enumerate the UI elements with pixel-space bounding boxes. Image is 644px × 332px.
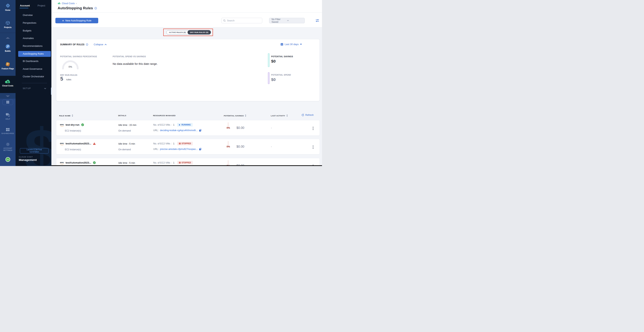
module-builds-label: Builds xyxy=(5,50,11,52)
title-info-icon[interactable] xyxy=(94,7,97,9)
module-projects[interactable]: Projects xyxy=(0,20,16,28)
table-row[interactable]: aws testAutomation2023... EC2 instance(s… xyxy=(56,139,320,154)
copy-icon[interactable] xyxy=(199,129,202,132)
rule-plan: On-demand xyxy=(118,148,131,151)
column-header-savings[interactable]: POTENTIAL SAVINGS xyxy=(224,114,246,117)
date-range-picker[interactable]: Last 30 days xyxy=(280,43,302,46)
sidebar-item-asset-governance[interactable]: Asset Governance xyxy=(23,68,42,70)
module-picker[interactable] xyxy=(2,99,13,105)
nav-help[interactable]: ? HELP xyxy=(0,113,16,120)
module-cloud-costs-label: Cloud Costs xyxy=(2,85,14,87)
breadcrumb-cloud-costs-link[interactable]: Cloud Costs xyxy=(62,2,75,5)
spend-vs-savings-label: POTENTIAL SPEND VS SAVINGS xyxy=(113,55,146,58)
summary-of-rules-card: SUMMARY OF RULES Collapse Last 30 days P… xyxy=(56,39,320,101)
table-row[interactable]: aws test-dry-run EC2 instance(s) Idle ti… xyxy=(56,120,320,136)
header-divider xyxy=(52,12,322,12)
launch-ccm-first-gen-button[interactable]: Launch CCM First Generation xyxy=(20,148,48,153)
sidebar-item-autostopping-rules[interactable]: AutoStopping Rules xyxy=(18,51,51,57)
tab-account[interactable]: Account xyxy=(20,4,30,7)
sidebar-item-recommendations[interactable]: Recommendations xyxy=(23,45,42,47)
projects-icon xyxy=(5,20,10,25)
rule-idle-time: Idle time : 5 min xyxy=(118,162,135,164)
column-header-details: DETAILS xyxy=(118,114,126,117)
saved-filter-dropdown[interactable]: No Filter Saved xyxy=(269,18,305,23)
toggle-dry-run-rules[interactable]: DRY RUN RULES (5) xyxy=(188,30,211,34)
status-label: STOPPED xyxy=(182,162,191,164)
grid-icon xyxy=(6,101,9,104)
rule-url-link[interactable]: precise-airedale-cfpmv827riuvpao... xyxy=(160,148,198,150)
aws-icon: aws xyxy=(60,123,64,126)
builds-icon xyxy=(5,44,10,49)
refresh-button[interactable]: Refresh xyxy=(302,114,314,116)
nav-dashboards[interactable]: DASHBOARDS xyxy=(0,128,16,135)
copy-icon[interactable] xyxy=(199,148,202,150)
summary-collapse-control[interactable]: Collapse xyxy=(94,43,107,46)
savings-amount: $0.00 xyxy=(236,126,244,130)
savings-sparkline xyxy=(228,141,228,145)
savings-pct-label: POTENTIAL SAVINGS PERCENTAGE xyxy=(60,55,97,58)
savings-sparkline xyxy=(228,160,228,164)
tab-project[interactable]: Project xyxy=(38,4,45,7)
module-builds[interactable]: Builds xyxy=(0,44,16,52)
rule-url-link[interactable]: deciding-kodiak-cg4qcs4h0mmv6l... xyxy=(160,129,198,132)
sidebar-section-setup[interactable]: SETUP xyxy=(23,87,31,89)
app-window: Home Projects Builds Feature Flags $ xyxy=(0,0,322,166)
summary-info-icon[interactable] xyxy=(86,43,88,46)
home-icon xyxy=(5,3,10,8)
module-home[interactable]: Home xyxy=(0,3,16,11)
collapse-up-control[interactable] xyxy=(0,37,16,39)
summary-title: SUMMARY OF RULES xyxy=(60,43,84,46)
row-menu-button[interactable] xyxy=(313,146,314,149)
new-rule-button-label: New AutoStopping Rule xyxy=(66,19,92,22)
filter-chevron-down-icon xyxy=(287,20,302,21)
saved-filter-value: No Filter Saved xyxy=(272,18,287,23)
sidebar-item-budgets[interactable]: Budgets xyxy=(23,29,32,32)
col-rule-name-label: RULE NAME xyxy=(59,115,70,117)
rule-resource-type: EC2 instance(s) xyxy=(65,148,81,151)
sidebar-item-perspectives[interactable]: Perspectives xyxy=(23,21,36,24)
module-feature-flags[interactable]: Feature Flags xyxy=(0,62,16,70)
success-check-icon xyxy=(81,123,84,126)
col-savings-label: POTENTIAL SAVINGS xyxy=(224,115,244,117)
filter-sliders-icon[interactable] xyxy=(315,19,319,22)
plus-icon: + xyxy=(62,19,64,22)
sidebar-item-cluster-orchestrator[interactable]: Cluster Orchestrator xyxy=(23,75,44,78)
user-avatar[interactable]: CJ xyxy=(6,157,10,162)
new-autostopping-rule-button[interactable]: + New AutoStopping Rule xyxy=(55,18,98,23)
page-title: AutoStopping Rules xyxy=(58,6,93,10)
savings-percent: 0% xyxy=(222,145,230,148)
sidebar-item-bi-dashboards[interactable]: BI Dashboards xyxy=(23,60,38,62)
table-row[interactable]: aws testAutomation2023... Idle time : 5 … xyxy=(56,158,320,166)
tab-account-underline xyxy=(20,8,28,8)
potential-spend-value: $0 xyxy=(271,77,276,82)
sort-icon xyxy=(286,114,288,117)
nav-account-settings-label: ACCOUNT SETTINGS xyxy=(1,147,14,151)
rule-plan: On-demand xyxy=(118,129,131,132)
vms-count: 1 xyxy=(173,161,174,164)
row-menu-button[interactable] xyxy=(313,127,314,130)
column-header-last-activity[interactable]: LAST ACTIVITY xyxy=(271,114,288,117)
nav-scroll-indicator[interactable] xyxy=(51,87,52,95)
toggle-active-rules[interactable]: ACTIVE RULES (5) xyxy=(166,30,190,34)
search-input[interactable] xyxy=(227,19,260,22)
main-content: $ Cloud Costs › AutoStopping Rules + New… xyxy=(52,0,322,166)
aws-icon: aws xyxy=(60,142,64,145)
module-cloud-costs[interactable]: $ Cloud Costs xyxy=(0,76,16,93)
col-resources-label: RESOURCES MANAGED xyxy=(153,114,176,117)
vms-label: No. of EC2 VMs xyxy=(153,124,170,126)
brand-cloud-cost: CLOUD COST xyxy=(19,156,33,158)
sidebar-item-overview[interactable]: Overview xyxy=(23,14,32,16)
url-label: URL: xyxy=(153,148,158,150)
module-home-label: Home xyxy=(5,9,10,11)
savings-sparkline xyxy=(228,122,228,127)
rule-name: test-dry-run xyxy=(66,123,80,126)
warning-icon xyxy=(93,142,96,145)
nav-account-settings[interactable]: ACCOUNT SETTINGS xyxy=(0,142,16,151)
sidebar-item-anomalies[interactable]: Anomalies xyxy=(23,37,34,40)
pause-icon xyxy=(179,162,180,164)
collapse-down-control[interactable] xyxy=(0,95,16,97)
last-activity-value: - xyxy=(271,126,272,129)
column-header-rule-name[interactable]: RULE NAME xyxy=(59,114,73,117)
pause-icon xyxy=(179,143,180,144)
viewport-bottom-edge xyxy=(52,165,322,166)
